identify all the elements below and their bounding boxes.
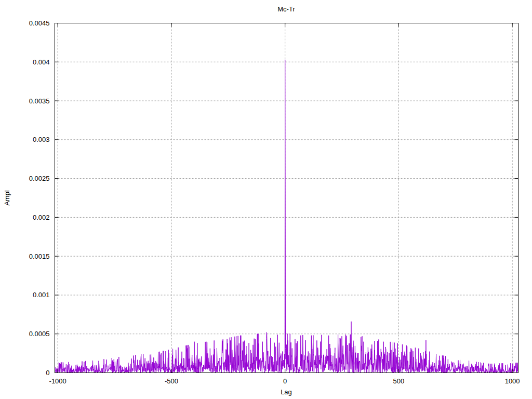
y-tick-label: 0	[46, 369, 49, 377]
x-tick-label: -1000	[49, 377, 66, 385]
x-tick-label: 500	[393, 377, 405, 385]
y-tick-label: 0.0035	[29, 97, 50, 105]
x-tick-label: 1000	[505, 377, 520, 385]
chart-title: Mc-Tr	[55, 5, 518, 13]
y-axis-label: Ampl	[3, 190, 11, 206]
y-tick-label: 0.004	[33, 58, 50, 66]
y-tick-label: 0.002	[33, 214, 50, 221]
y-tick-label: 0.0045	[29, 19, 50, 27]
plot-border	[55, 23, 518, 373]
x-axis-label: Lag	[55, 388, 518, 396]
y-tick-label: 0.001	[33, 291, 50, 299]
x-tick-label: -500	[165, 377, 178, 385]
chart-figure: -1000-5000500100000.00050.0010.00150.002…	[0, 0, 532, 399]
y-tick-label: 0.003	[33, 136, 50, 143]
y-tick-label: 0.0025	[29, 175, 50, 182]
y-tick-label: 0.0005	[29, 330, 50, 338]
y-tick-label: 0.0015	[29, 252, 50, 260]
series-xcorr-line	[55, 60, 518, 373]
x-tick-label: 0	[283, 377, 287, 385]
plot-canvas: -1000-5000500100000.00050.0010.00150.002…	[0, 0, 532, 399]
